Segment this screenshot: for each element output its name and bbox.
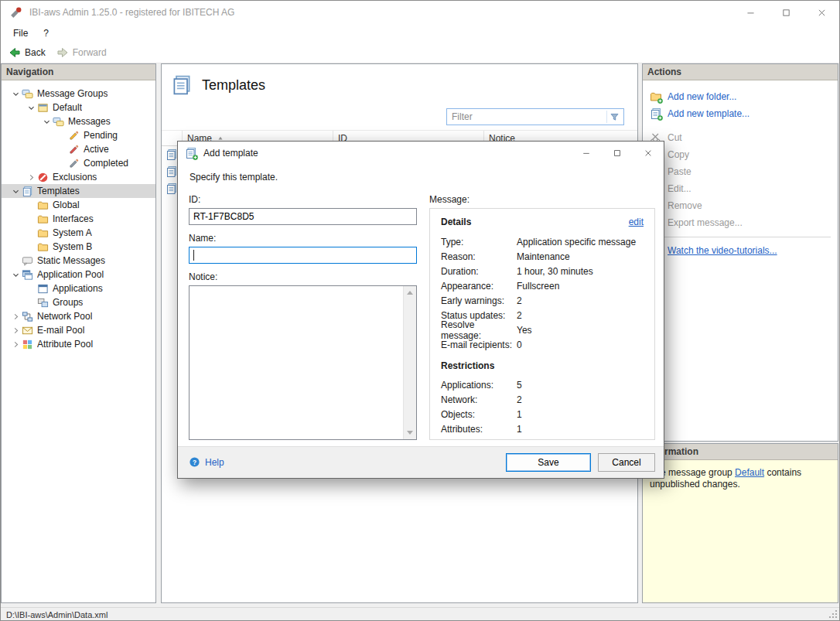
menu-file[interactable]: File xyxy=(5,24,36,43)
filter-box xyxy=(446,108,624,125)
chevron-right-icon[interactable] xyxy=(25,171,37,183)
action-cut[interactable]: Cut xyxy=(643,129,838,146)
information-text: The message group Default contains unpub… xyxy=(643,460,838,602)
tree-item-message-groups[interactable]: Message Groups xyxy=(2,87,155,101)
maximize-button[interactable] xyxy=(768,1,804,24)
action-add-new-folder[interactable]: Add new folder... xyxy=(643,88,838,105)
tree-item-templates[interactable]: Templates xyxy=(2,184,155,198)
chevron-down-icon[interactable] xyxy=(40,115,53,128)
action-add-new-template[interactable]: Add new template... xyxy=(643,105,838,122)
chevron-right-icon[interactable] xyxy=(9,324,22,336)
tree-item-messages[interactable]: Messages xyxy=(2,114,155,128)
title-bar: IBI-aws Admin 1.25.0 - registered for IB… xyxy=(1,1,839,24)
menu-help[interactable]: ? xyxy=(36,24,56,43)
detail-row: Applications:5 xyxy=(441,377,644,392)
tree-item-completed[interactable]: Completed xyxy=(2,156,155,170)
action-edit[interactable]: Edit... xyxy=(643,180,838,197)
edit-link[interactable]: edit xyxy=(629,217,644,227)
status-path: D:\IBI-aws\Admin\Data.xml xyxy=(6,610,108,619)
folder-icon xyxy=(37,213,49,225)
tree-item-exclusions[interactable]: Exclusions xyxy=(2,170,155,184)
back-button[interactable]: Back xyxy=(9,46,46,59)
tree-item-applications[interactable]: Applications xyxy=(2,281,155,295)
action-label: Cut xyxy=(668,132,682,143)
chevron-down-icon[interactable] xyxy=(9,268,22,281)
groups-icon xyxy=(37,297,49,309)
detail-row: Duration:1 hour, 30 minutes xyxy=(441,264,644,278)
save-button[interactable]: Save xyxy=(506,453,591,472)
tree-item-pending[interactable]: Pending xyxy=(2,128,155,142)
notice-textarea[interactable] xyxy=(189,285,417,440)
dialog-minimize-button[interactable] xyxy=(571,142,602,165)
tree-item-label: Completed xyxy=(84,158,128,169)
chevron-spacer xyxy=(25,282,37,295)
tree-item-system-a[interactable]: System A xyxy=(2,226,155,240)
action-label: Add new template... xyxy=(668,108,750,119)
detail-value: Fullscreen xyxy=(517,281,559,292)
default-group-link[interactable]: Default xyxy=(735,467,764,478)
detail-row: Resolve message:Yes xyxy=(441,322,644,337)
tree-item-groups[interactable]: Groups xyxy=(2,295,155,309)
back-label: Back xyxy=(25,47,46,58)
name-input[interactable] xyxy=(189,247,417,264)
help-link[interactable]: Help xyxy=(189,456,224,468)
scroll-up-icon[interactable] xyxy=(404,286,416,299)
tree-item-label: Groups xyxy=(53,297,83,308)
video-tutorials-link[interactable]: Watch the video-tutorials... xyxy=(643,242,838,259)
app-window: IBI-aws Admin 1.25.0 - registered for IB… xyxy=(0,0,840,621)
resize-grip[interactable] xyxy=(828,609,838,619)
tree-item-global[interactable]: Global xyxy=(2,198,155,212)
chevron-down-icon[interactable] xyxy=(25,101,37,114)
app-logo-icon xyxy=(9,6,22,19)
chevron-spacer xyxy=(25,213,37,225)
tree-item-label: Attribute Pool xyxy=(37,339,93,350)
message-label: Message: xyxy=(429,194,470,205)
chevron-down-icon[interactable] xyxy=(9,185,22,197)
notice-scrollbar[interactable] xyxy=(403,286,416,439)
detail-label: Appearance: xyxy=(441,281,517,292)
tree-item-interfaces[interactable]: Interfaces xyxy=(2,212,155,226)
minimize-button[interactable] xyxy=(732,1,768,24)
tree-item-network-pool[interactable]: Network Pool xyxy=(2,309,155,323)
tree-item-system-b[interactable]: System B xyxy=(2,240,155,254)
forward-button[interactable]: Forward xyxy=(56,46,107,59)
scroll-down-icon[interactable] xyxy=(404,426,416,439)
detail-value: 2 xyxy=(517,394,522,405)
tree-item-label: System B xyxy=(53,241,92,252)
tree-item-application-pool[interactable]: Application Pool xyxy=(2,268,155,281)
detail-label: Objects: xyxy=(441,409,517,420)
detail-row: Type:Application specific message xyxy=(441,234,644,249)
dialog-close-button[interactable] xyxy=(633,142,664,165)
tree-item-e-mail-pool[interactable]: E-mail Pool xyxy=(2,323,155,337)
action-paste[interactable]: Paste xyxy=(643,163,838,180)
tree-item-active[interactable]: Active xyxy=(2,142,155,156)
chevron-spacer xyxy=(56,157,68,169)
close-button[interactable] xyxy=(804,1,839,24)
application-pool-icon xyxy=(22,269,33,281)
window-title: IBI-aws Admin 1.25.0 - registered for IB… xyxy=(29,7,732,18)
dialog-title-bar: Add template xyxy=(178,142,664,165)
id-input[interactable] xyxy=(189,208,417,225)
scroll-track[interactable] xyxy=(404,299,416,426)
tree-item-attribute-pool[interactable]: Attribute Pool xyxy=(2,337,155,351)
chevron-right-icon[interactable] xyxy=(9,310,22,322)
tree-item-default[interactable]: Default xyxy=(2,101,155,114)
filter-funnel-icon[interactable] xyxy=(606,111,622,123)
action-remove[interactable]: Remove xyxy=(643,197,838,214)
detail-label: Early warnings: xyxy=(441,295,517,306)
action-export-message[interactable]: Export message... xyxy=(643,214,838,231)
action-label: Paste xyxy=(668,166,691,177)
cancel-button[interactable]: Cancel xyxy=(598,453,655,472)
action-copy[interactable]: Copy xyxy=(643,146,838,163)
notice-text[interactable] xyxy=(190,286,403,439)
chevron-spacer xyxy=(25,199,37,211)
tree-item-label: E-mail Pool xyxy=(37,325,84,336)
chevron-right-icon[interactable] xyxy=(9,338,22,350)
tree-item-static-messages[interactable]: Static Messages xyxy=(2,254,155,268)
dialog-maximize-button[interactable] xyxy=(602,142,633,165)
chevron-down-icon[interactable] xyxy=(9,87,22,100)
filter-input[interactable] xyxy=(447,111,606,122)
detail-label: Type: xyxy=(441,237,517,247)
window-controls xyxy=(732,1,839,24)
actions-list: Add new folder...Add new template...CutC… xyxy=(643,80,838,231)
